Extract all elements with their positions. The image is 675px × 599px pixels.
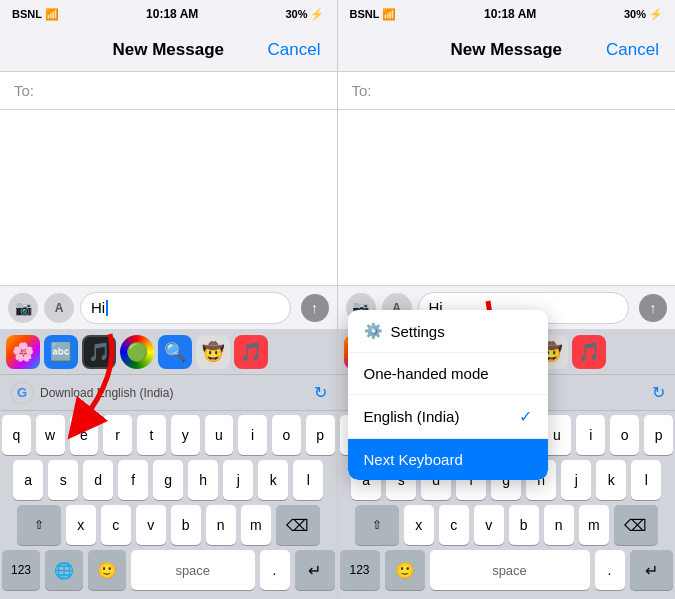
refresh-icon-left[interactable]: ↻ bbox=[314, 383, 327, 402]
key-j[interactable]: j bbox=[223, 460, 253, 500]
message-area-right bbox=[338, 110, 676, 285]
app-icon-store[interactable]: 🔤 bbox=[44, 335, 78, 369]
key-j-r[interactable]: j bbox=[561, 460, 591, 500]
key-i[interactable]: i bbox=[238, 415, 267, 455]
carrier-right: BSNL bbox=[350, 8, 380, 20]
key-space-left[interactable]: space bbox=[131, 550, 255, 590]
key-f[interactable]: f bbox=[118, 460, 148, 500]
key-l-r[interactable]: l bbox=[631, 460, 661, 500]
app-icon-multicolor[interactable]: 🟢 bbox=[120, 335, 154, 369]
key-k[interactable]: k bbox=[258, 460, 288, 500]
status-bar-right: BSNL 📶 10:18 AM 30% ⚡ bbox=[338, 0, 676, 28]
cancel-button-left[interactable]: Cancel bbox=[268, 40, 321, 60]
key-e[interactable]: e bbox=[70, 415, 99, 455]
key-r[interactable]: r bbox=[103, 415, 132, 455]
key-m[interactable]: m bbox=[241, 505, 271, 545]
key-t[interactable]: t bbox=[137, 415, 166, 455]
menu-item-english[interactable]: English (India) ✓ bbox=[348, 395, 548, 439]
key-a[interactable]: a bbox=[13, 460, 43, 500]
message-area-left bbox=[0, 110, 337, 285]
camera-btn-left[interactable]: 📷 bbox=[8, 293, 38, 323]
key-c-r[interactable]: c bbox=[439, 505, 469, 545]
to-label-right: To: bbox=[352, 82, 372, 99]
key-number-right[interactable]: 123 bbox=[340, 550, 380, 590]
left-panel: BSNL 📶 10:18 AM 30% ⚡ New Message Cancel… bbox=[0, 0, 338, 599]
key-i-r[interactable]: i bbox=[576, 415, 605, 455]
key-shift-right[interactable]: ⇧ bbox=[355, 505, 399, 545]
key-globe-left[interactable]: 🌐 bbox=[45, 550, 83, 590]
key-v[interactable]: v bbox=[136, 505, 166, 545]
key-s[interactable]: s bbox=[48, 460, 78, 500]
key-p[interactable]: p bbox=[306, 415, 335, 455]
nav-bar-right: New Message Cancel bbox=[338, 28, 676, 72]
app-icon-music-r[interactable]: 🎵 bbox=[572, 335, 606, 369]
gboard-text-left[interactable]: Download English (India) bbox=[40, 386, 308, 400]
key-delete-right[interactable]: ⌫ bbox=[614, 505, 658, 545]
key-o-r[interactable]: o bbox=[610, 415, 639, 455]
google-icon-left: G bbox=[10, 381, 34, 405]
key-d[interactable]: d bbox=[83, 460, 113, 500]
key-row-3-right: ⇧ x c v b n m ⌫ bbox=[340, 505, 674, 545]
key-q[interactable]: q bbox=[2, 415, 31, 455]
carrier-left: BSNL bbox=[12, 8, 42, 20]
key-v-r[interactable]: v bbox=[474, 505, 504, 545]
app-icon-search[interactable]: 🔍 bbox=[158, 335, 192, 369]
key-number-left[interactable]: 123 bbox=[2, 550, 40, 590]
key-period-right[interactable]: . bbox=[595, 550, 625, 590]
app-icon-sticker[interactable]: 🤠 bbox=[196, 335, 230, 369]
menu-item-next-keyboard[interactable]: Next Keyboard bbox=[348, 439, 548, 480]
send-btn-left[interactable]: ↑ bbox=[301, 294, 329, 322]
send-btn-right[interactable]: ↑ bbox=[639, 294, 667, 322]
key-emoji-left[interactable]: 🙂 bbox=[88, 550, 126, 590]
app-icon-music[interactable]: 🎵 bbox=[234, 335, 268, 369]
right-panel: BSNL 📶 10:18 AM 30% ⚡ New Message Cancel… bbox=[338, 0, 676, 599]
key-y[interactable]: y bbox=[171, 415, 200, 455]
key-row-4-right: 123 🙂 space . ↵ bbox=[340, 550, 674, 590]
time-right: 10:18 AM bbox=[484, 7, 536, 21]
key-emoji-right[interactable]: 🙂 bbox=[385, 550, 425, 590]
key-o[interactable]: o bbox=[272, 415, 301, 455]
key-p-r[interactable]: p bbox=[644, 415, 673, 455]
gboard-bar-left: G Download English (India) ↻ bbox=[0, 375, 337, 411]
key-return-left[interactable]: ↵ bbox=[295, 550, 335, 590]
key-l[interactable]: l bbox=[293, 460, 323, 500]
next-keyboard-label: Next Keyboard bbox=[364, 451, 463, 468]
app-strip-left: 🌸 🔤 🎵 🟢 🔍 🤠 🎵 bbox=[0, 329, 337, 375]
to-field-right[interactable]: To: bbox=[338, 72, 676, 110]
key-n-r[interactable]: n bbox=[544, 505, 574, 545]
menu-item-settings[interactable]: ⚙️ Settings bbox=[348, 310, 548, 353]
key-x-r[interactable]: x bbox=[404, 505, 434, 545]
to-label-left: To: bbox=[14, 82, 34, 99]
key-space-right[interactable]: space bbox=[430, 550, 590, 590]
battery-icon-right: ⚡ bbox=[649, 8, 663, 21]
key-u[interactable]: u bbox=[205, 415, 234, 455]
key-k-r[interactable]: k bbox=[596, 460, 626, 500]
to-field-left[interactable]: To: bbox=[0, 72, 337, 110]
settings-label: Settings bbox=[391, 323, 445, 340]
key-g[interactable]: g bbox=[153, 460, 183, 500]
keyboard-left: q w e r t y u i o p a s d f g h j k l ⇧ … bbox=[0, 411, 337, 599]
key-w[interactable]: w bbox=[36, 415, 65, 455]
battery-left: 30% bbox=[285, 8, 307, 20]
key-m-r[interactable]: m bbox=[579, 505, 609, 545]
key-shift-left[interactable]: ⇧ bbox=[17, 505, 61, 545]
key-b[interactable]: b bbox=[171, 505, 201, 545]
menu-item-onehanded[interactable]: One-handed mode bbox=[348, 353, 548, 395]
key-return-right[interactable]: ↵ bbox=[630, 550, 674, 590]
key-c[interactable]: c bbox=[101, 505, 131, 545]
key-x[interactable]: x bbox=[66, 505, 96, 545]
refresh-icon-right[interactable]: ↻ bbox=[652, 383, 665, 402]
app-icon-audio[interactable]: 🎵 bbox=[82, 335, 116, 369]
key-h[interactable]: h bbox=[188, 460, 218, 500]
message-input-left[interactable]: Hi bbox=[80, 292, 291, 324]
input-bar-left: 📷 A Hi ↑ bbox=[0, 285, 337, 329]
key-n[interactable]: n bbox=[206, 505, 236, 545]
cancel-button-right[interactable]: Cancel bbox=[606, 40, 659, 60]
key-delete-left[interactable]: ⌫ bbox=[276, 505, 320, 545]
key-period-left[interactable]: . bbox=[260, 550, 290, 590]
key-b-r[interactable]: b bbox=[509, 505, 539, 545]
wifi-icon-right: 📶 bbox=[382, 8, 396, 21]
english-label: English (India) bbox=[364, 408, 460, 425]
app-btn-left[interactable]: A bbox=[44, 293, 74, 323]
app-icon-photos[interactable]: 🌸 bbox=[6, 335, 40, 369]
